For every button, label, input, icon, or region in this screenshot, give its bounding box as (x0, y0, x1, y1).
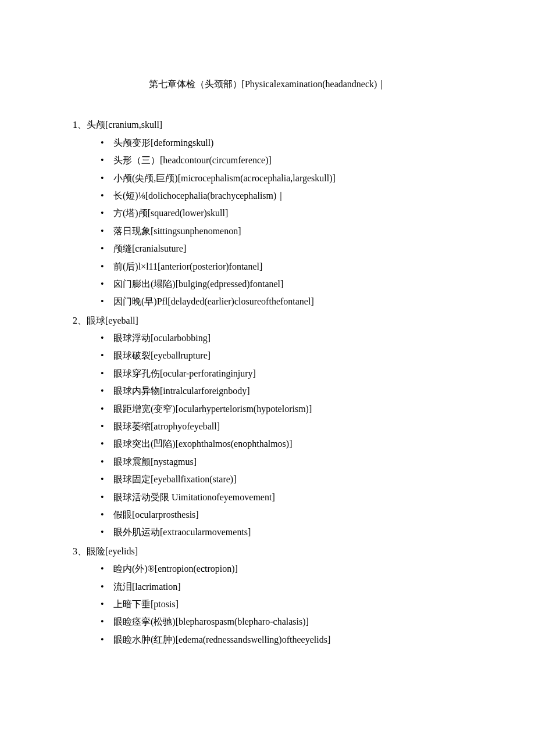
section-3-number: 3、 (73, 546, 87, 556)
list-item: 睑内(外)®[entropion(ectropion)] (101, 560, 462, 578)
section-2-heading: 2、眼球[eyeball] (73, 312, 462, 329)
list-item: 眼球活动受限 Uimitationofeyemovement] (101, 489, 462, 506)
page-title: 第七章体检（头颈部）[Physicalexamination(headandne… (73, 76, 462, 93)
section-1-number: 1、 (73, 120, 87, 130)
section-3-heading: 3、眼险[eyelids] (73, 543, 462, 560)
list-item: 落日现象[sittingsunphenomenon] (101, 223, 462, 240)
list-item: 眼球穿孔伤[ocular-perforatinginjury] (101, 365, 462, 382)
section-2-number: 2、 (73, 316, 87, 325)
list-item: 眼球固定[eyeballfixation(stare)] (101, 471, 462, 488)
list-item: 眼距增宽(变窄)[ocularhypertelorism(hypoteloris… (101, 400, 462, 418)
list-item: 方(塔)颅[squared(lower)skull] (101, 205, 462, 222)
list-item: 眼球内异物[intralcularforeignbody] (101, 382, 462, 400)
list-item: 长(短)⅛[dolichocephalia(brachycephalism)｜ (101, 187, 462, 205)
list-item: 前(后)l×l11[anterior(posterior)fontanel] (101, 258, 462, 275)
list-item: 上暗下垂[ptosis] (101, 596, 462, 613)
list-item: 流泪[lacrimation] (101, 578, 462, 596)
list-item: 眼球破裂[eyeballrupture] (101, 347, 462, 364)
list-item: 眼球萎缩[atrophyofeyeball] (101, 418, 462, 435)
section-2-list: 眼球浮动[ocularbobbing] 眼球破裂[eyeballrupture]… (73, 329, 462, 542)
section-3-list: 睑内(外)®[entropion(ectropion)] 流泪[lacrimat… (73, 560, 462, 648)
list-item: 囟门膨出(塌陷)[bulging(edpressed)fontanel] (101, 275, 462, 293)
list-item: 眼球突出(凹陷)[exophthalmos(enophthalmos)] (101, 435, 462, 453)
list-item: 假眼[ocularprosthesis] (101, 506, 462, 524)
section-3: 3、眼险[eyelids] 睑内(外)®[entropion(ectropion… (73, 543, 462, 648)
list-item: 小颅(尖颅,巨颅)[microcephalism(acrocephalia,la… (101, 170, 462, 187)
section-1-list: 头颅变形[deformingskull) 头形（三）[headcontour(c… (73, 134, 462, 311)
section-1-heading: 1、头颅[cranium,skull] (73, 116, 462, 134)
section-2: 2、眼球[eyeball] 眼球浮动[ocularbobbing] 眼球破裂[e… (73, 312, 462, 542)
list-item: 颅缝[cranialsuture] (101, 240, 462, 257)
section-1-title: 头颅[cranium,skull] (87, 120, 162, 130)
section-1: 1、头颅[cranium,skull] 头颅变形[deformingskull)… (73, 116, 462, 310)
list-item: 眼球震颤[nystagmus] (101, 453, 462, 471)
list-item: 头形（三）[headcontour(circumference)] (101, 152, 462, 169)
list-item: 眼外肌运动[extraocularmovements] (101, 524, 462, 541)
section-3-title: 眼险[eyelids] (87, 546, 138, 556)
list-item: 因门晚(早)Pfl[delayded(earlier)closureofthef… (101, 293, 462, 310)
section-2-title: 眼球[eyeball] (87, 316, 138, 325)
list-item: 头颅变形[deformingskull) (101, 134, 462, 152)
list-item: 眼球浮动[ocularbobbing] (101, 329, 462, 347)
list-item: 眼睑水肿(红肿)[edema(rednessandswelling)ofthee… (101, 631, 462, 648)
list-item: 眼睑痉挛(松驰)[blepharospasm(blepharo-chalasis… (101, 613, 462, 630)
